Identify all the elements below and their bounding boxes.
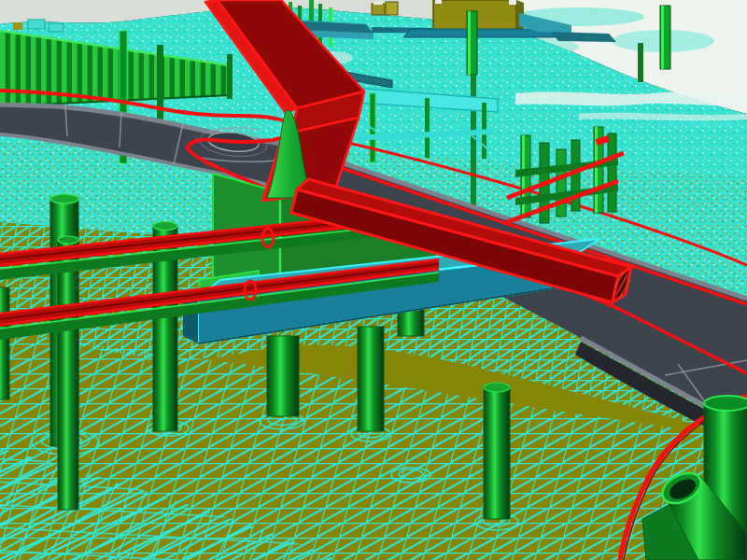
building-notch <box>509 0 516 5</box>
pile-left-edge[interactable] <box>0 287 9 399</box>
pile-under-cap-1[interactable] <box>267 336 299 416</box>
khaki-boxes[interactable] <box>372 2 398 15</box>
pile-mid-right[interactable] <box>484 383 510 519</box>
wall-post-3 <box>227 54 233 99</box>
pile-under-cap-2[interactable] <box>358 327 384 431</box>
building-notch2 <box>435 0 442 4</box>
viewport-canvas[interactable] <box>0 0 747 560</box>
model-viewport[interactable] <box>0 0 747 560</box>
pile-left-front[interactable] <box>58 236 78 510</box>
